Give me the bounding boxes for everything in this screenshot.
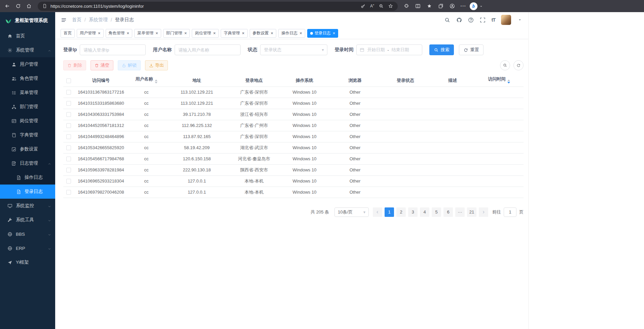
column-header[interactable]: 用户名称 <box>128 74 165 87</box>
row-checkbox[interactable] <box>66 90 71 95</box>
page-button-1[interactable]: 1 <box>385 207 394 217</box>
close-icon[interactable]: × <box>184 31 187 35</box>
row-checkbox[interactable] <box>66 179 71 184</box>
sidebar-item-dept[interactable]: 部门管理 <box>0 100 55 114</box>
page-button-6[interactable]: 6 <box>443 207 453 217</box>
select-all-checkbox[interactable] <box>66 78 71 83</box>
tab-菜单管理[interactable]: 菜单管理× <box>134 29 161 38</box>
sort-icon[interactable] <box>155 78 157 85</box>
sidebar-item-operlog[interactable]: 操作日志 <box>0 170 55 185</box>
column-header[interactable]: 访问时间 <box>474 74 524 87</box>
close-icon[interactable]: × <box>242 31 245 35</box>
split-screen-icon[interactable] <box>413 1 423 11</box>
avatar[interactable] <box>501 15 511 25</box>
collections-icon[interactable] <box>436 1 445 11</box>
delete-button[interactable]: 删除 <box>63 60 86 70</box>
github-icon[interactable] <box>456 17 462 23</box>
sidebar-toggle-icon[interactable] <box>61 17 67 23</box>
date-range-picker[interactable]: 开始日期 - 结束日期 <box>356 44 422 55</box>
sidebar-item-home[interactable]: 首页 <box>0 29 55 43</box>
clear-button[interactable]: 清空 <box>91 60 113 70</box>
sidebar-item-monitor[interactable]: 系统监控 <box>0 199 55 213</box>
row-checkbox[interactable] <box>66 101 71 106</box>
sidebar-item-post[interactable]: 岗位管理 <box>0 114 55 128</box>
toggle-search-button[interactable] <box>500 60 510 70</box>
breadcrumb-item[interactable]: 系统管理 <box>89 17 108 23</box>
close-icon[interactable]: × <box>213 31 216 35</box>
bing-copilot-icon[interactable]: b <box>470 2 477 10</box>
fullscreen-icon[interactable] <box>480 17 486 23</box>
prev-page-button[interactable] <box>373 207 382 217</box>
header-search-icon[interactable] <box>444 17 451 23</box>
reset-button[interactable]: 重置 <box>459 44 484 55</box>
sidebar-item-role[interactable]: 角色管理 <box>0 71 55 86</box>
sidebar-item-menu[interactable]: 菜单管理 <box>0 86 55 100</box>
page-button-2[interactable]: 2 <box>396 207 406 217</box>
table-refresh-button[interactable] <box>513 60 524 70</box>
next-page-button[interactable] <box>479 207 488 217</box>
sidebar-item-tools[interactable]: 系统工具 <box>0 213 55 227</box>
close-icon[interactable]: × <box>271 31 274 35</box>
unlock-button[interactable]: 解锁 <box>118 60 141 70</box>
browser-back-button[interactable] <box>3 1 12 11</box>
sidebar-item-yi[interactable]: Yi框架 <box>0 255 55 269</box>
tab-参数设置[interactable]: 参数设置× <box>250 29 277 38</box>
close-icon[interactable]: × <box>98 31 101 35</box>
favorite-star-icon[interactable] <box>387 2 394 10</box>
user-menu-caret-icon[interactable] <box>517 17 523 23</box>
zoom-icon[interactable] <box>378 2 385 10</box>
sidebar-item-dict[interactable]: 字典管理 <box>0 128 55 142</box>
tab-字典管理[interactable]: 字典管理× <box>221 29 248 38</box>
status-select[interactable]: 登录状态 ▾ <box>260 44 327 55</box>
page-button-21[interactable]: 21 <box>467 207 476 217</box>
browser-menu-icon[interactable]: ··· <box>459 3 468 9</box>
sidebar-item-erp[interactable]: ERP <box>0 241 55 255</box>
sidebar-item-param[interactable]: 参数设置 <box>0 142 55 156</box>
sidebar-item-system[interactable]: 系统管理 <box>0 43 55 57</box>
page-size-select[interactable]: 10条/页 ▾ <box>334 207 369 217</box>
address-bar[interactable]: https://ccnetcore.com:1101/system/log/lo… <box>38 2 398 11</box>
export-button[interactable]: 导出 <box>145 60 168 70</box>
page-button-3[interactable]: 3 <box>408 207 418 217</box>
sort-icon[interactable] <box>507 78 510 85</box>
close-icon[interactable]: × <box>299 31 302 35</box>
row-checkbox[interactable] <box>66 190 71 195</box>
row-checkbox[interactable] <box>66 145 71 150</box>
row-checkbox[interactable] <box>66 168 71 172</box>
tab-登录日志[interactable]: 登录日志× <box>307 29 338 38</box>
login-ip-input[interactable] <box>80 44 146 55</box>
row-checkbox[interactable] <box>66 157 71 161</box>
goto-page-input[interactable] <box>504 207 516 217</box>
help-icon[interactable] <box>468 17 474 23</box>
read-aloud-icon[interactable]: A” <box>369 4 375 8</box>
tab-角色管理[interactable]: 角色管理× <box>106 29 133 38</box>
close-icon[interactable]: × <box>332 31 335 35</box>
username-input[interactable] <box>175 44 241 55</box>
tab-用户管理[interactable]: 用户管理× <box>77 29 104 38</box>
tab-首页[interactable]: 首页 <box>61 29 75 38</box>
tab-部门管理[interactable]: 部门管理× <box>163 29 190 38</box>
more-pages-button[interactable]: ··· <box>455 207 465 217</box>
breadcrumb-item[interactable]: 首页 <box>72 17 81 23</box>
favorites-icon[interactable] <box>425 1 434 11</box>
page-button-4[interactable]: 4 <box>420 207 429 217</box>
browser-home-button[interactable] <box>24 1 34 11</box>
search-button[interactable]: 搜索 <box>429 44 454 55</box>
tab-操作日志[interactable]: 操作日志× <box>278 29 305 38</box>
password-key-icon[interactable] <box>359 2 367 10</box>
page-button-5[interactable]: 5 <box>432 207 441 217</box>
browser-refresh-button[interactable] <box>13 1 23 11</box>
font-size-icon[interactable]: tT <box>492 17 495 23</box>
breadcrumb-item[interactable]: 登录日志 <box>115 17 134 23</box>
tab-岗位管理[interactable]: 岗位管理× <box>192 29 219 38</box>
sidebar-item-loginlog[interactable]: 登录日志 <box>0 185 55 199</box>
app-logo[interactable]: 意框架管理系统 <box>0 12 55 29</box>
caret-down-icon[interactable] <box>479 4 484 8</box>
row-checkbox[interactable] <box>66 112 71 117</box>
sidebar-item-user[interactable]: 用户管理 <box>0 57 55 71</box>
sidebar-item-bbs[interactable]: BBS <box>0 227 55 241</box>
row-checkbox[interactable] <box>66 123 71 128</box>
extensions-icon[interactable] <box>402 1 411 11</box>
row-checkbox[interactable] <box>66 134 71 139</box>
close-icon[interactable]: × <box>155 31 158 35</box>
